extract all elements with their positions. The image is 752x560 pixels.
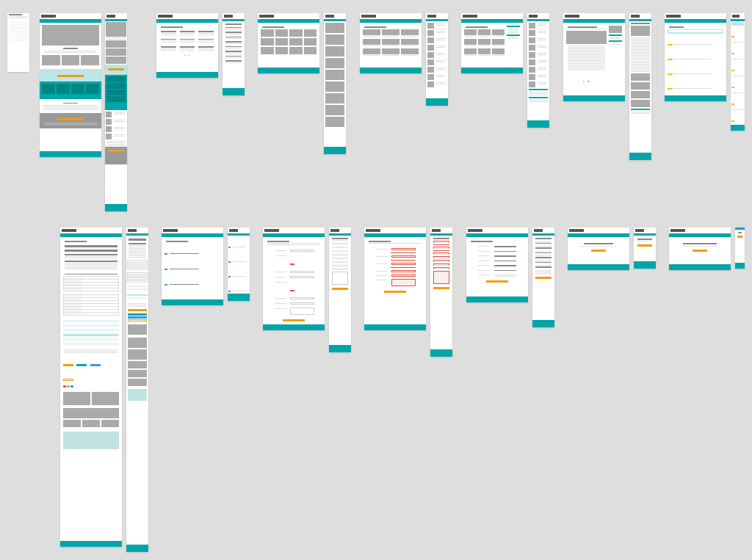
search-input[interactable] [668,30,723,32]
submit-button[interactable] [384,291,406,293]
cta-button[interactable] [57,75,84,77]
artboard-list-b-mobile[interactable] [324,13,346,154]
card[interactable] [106,57,126,64]
pagination[interactable]: ‹ · · · › [159,54,215,57]
artboard-list-a-mobile[interactable] [223,13,245,95]
submit-button[interactable] [433,287,449,289]
map-embed[interactable] [63,432,119,449]
artboard-components-desktop[interactable] [60,228,122,547]
artboard-article-mobile[interactable] [629,13,651,160]
artboard-thanks-b-desktop[interactable] [669,228,731,270]
artboard-form-desktop[interactable] [263,228,325,330]
cta-button[interactable] [108,68,124,70]
card[interactable] [275,29,289,37]
artboard-thanks-b-mobile[interactable] [735,228,745,269]
nav-item[interactable] [9,38,28,40]
cta [105,65,127,75]
section-title [63,103,78,104]
text-input[interactable] [332,242,348,244]
artboard-list-a-desktop[interactable]: ‹ · · · › [156,13,218,78]
badge-danger [63,385,66,388]
card[interactable] [289,47,303,54]
nav-bar[interactable] [105,19,127,21]
submit-button[interactable] [486,280,508,283]
artboard-article-desktop[interactable]: ♥ ⟲ [563,13,625,101]
card[interactable] [304,29,317,37]
card[interactable] [289,29,303,37]
sidebar-banner[interactable] [609,26,622,33]
footer [60,541,122,547]
artboard-home-mobile[interactable] [105,13,127,211]
artboard-list-c-mobile[interactable] [426,13,448,106]
artboard-components-mobile[interactable] [126,228,148,552]
info-button[interactable] [90,364,101,366]
artboard-links-desktop[interactable] [162,228,223,305]
card[interactable] [289,38,303,46]
artboard-home-desktop[interactable] [40,13,101,157]
map-embed[interactable] [128,389,147,401]
back-button[interactable] [637,244,652,247]
submit-button[interactable] [283,319,305,321]
card-image[interactable] [62,55,80,65]
secondary-button[interactable] [76,364,87,366]
text-input[interactable] [290,302,314,305]
footer [156,72,218,78]
artboard-thanks-a-desktop[interactable] [568,228,629,270]
card-image[interactable] [42,55,60,65]
submit-button[interactable] [535,277,552,279]
feature-card[interactable] [42,84,55,94]
artboard-news-desktop[interactable] [461,13,523,73]
textarea-input[interactable] [290,308,314,315]
highlight [668,44,673,46]
card[interactable] [106,48,126,56]
card[interactable] [275,47,289,54]
artboard-list-c-desktop[interactable] [360,13,422,73]
artboard-thanks-a-mobile[interactable] [634,228,656,269]
sidebar [507,26,520,57]
artboard-form-error-desktop[interactable] [364,228,426,330]
feature-card[interactable] [71,84,84,94]
footer [324,147,346,154]
feature-card[interactable] [57,84,70,94]
text-input[interactable] [290,250,314,252]
card[interactable] [106,40,126,48]
cta-button[interactable] [108,150,124,152]
page-title [262,26,284,28]
link-item[interactable] [170,253,199,255]
footer [360,68,422,73]
artboard-search-mobile[interactable] [731,13,745,131]
features [105,75,127,110]
card[interactable] [275,38,289,46]
artboard-links-mobile[interactable] [228,228,250,301]
card-image[interactable] [81,55,99,65]
card[interactable] [304,38,317,46]
textarea[interactable] [332,272,348,285]
back-button[interactable] [591,250,606,252]
cta-button[interactable] [57,118,84,120]
submit-button[interactable] [332,288,348,290]
artboard-search-desktop[interactable]: ‹ · · · › [665,13,726,101]
design-canvas[interactable]: ‹ · · · › ♥ ⟲ [7,7,745,553]
footer [228,294,250,301]
card[interactable] [304,47,317,54]
feature-card[interactable] [86,84,99,94]
back-button[interactable] [693,250,707,252]
outline-button[interactable] [63,379,73,381]
artboard-form-confirm-desktop[interactable] [466,228,528,302]
text-input-error[interactable] [391,248,416,250]
artboard-sidebar-nav[interactable] [7,13,29,72]
artboard-list-b-desktop[interactable] [258,13,319,73]
artboard-form-error-mobile[interactable] [430,228,452,357]
textarea-error[interactable] [391,279,416,286]
artboard-form-mobile[interactable] [329,228,351,352]
text-input[interactable] [290,276,314,278]
select-input[interactable] [290,297,314,299]
artboard-news-mobile[interactable] [527,13,549,128]
text-input[interactable] [290,271,314,273]
primary-button[interactable] [63,364,73,366]
search-box[interactable] [731,22,744,26]
artboard-form-confirm-mobile[interactable] [532,228,554,327]
card[interactable] [261,29,274,37]
card[interactable] [261,38,274,46]
card[interactable] [261,47,274,54]
